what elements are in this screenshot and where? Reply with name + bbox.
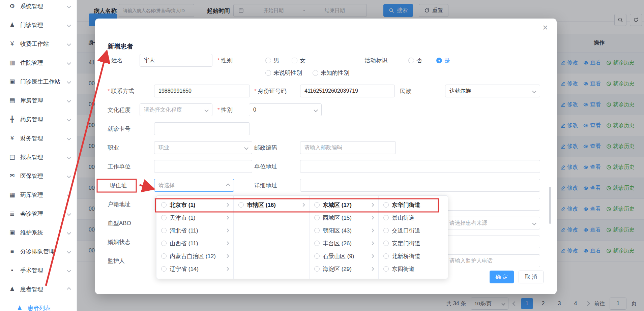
active-no-radio[interactable] bbox=[408, 58, 414, 63]
sidebar-item-drug-storage-mgmt[interactable]: ▦药库管理 bbox=[0, 185, 77, 204]
gender-unknown-radio[interactable] bbox=[313, 70, 318, 76]
cascader-option-dongsi[interactable]: 东四街道 bbox=[379, 262, 448, 275]
cascader-province-column: 北京市 (1) 天津市 (1) 河北省 (11) 山西省 (11) 内蒙古自治区… bbox=[156, 196, 234, 279]
chevron-right-icon bbox=[225, 267, 229, 271]
postcode-input[interactable] bbox=[300, 141, 396, 154]
nation-select[interactable]: 达斡尔族 bbox=[445, 85, 540, 97]
occupation-select[interactable]: 职业 bbox=[154, 141, 252, 154]
sidebar-item-consultation-mgmt[interactable]: ≣会诊管理 bbox=[0, 204, 77, 223]
radio-icon[interactable] bbox=[161, 253, 167, 259]
radio-icon[interactable] bbox=[383, 253, 389, 259]
education-select[interactable]: 请选择文化程度 bbox=[140, 103, 212, 116]
sidebar-item-surgery-mgmt[interactable]: ▪手术管理 bbox=[0, 261, 77, 280]
medical-cross-icon: ╋ bbox=[8, 116, 16, 123]
cascader-option-chaoyang[interactable]: 朝阳区 (43) bbox=[310, 224, 378, 237]
sidebar-item-system-mgmt[interactable]: ⚙系统管理 bbox=[0, 0, 77, 15]
cascader-option-donghuamen[interactable]: 东华门街道 bbox=[379, 198, 448, 211]
cascader-option-liaoning[interactable]: 辽宁省 (14) bbox=[156, 262, 233, 275]
active-no-option[interactable]: 否 bbox=[416, 57, 422, 64]
cascader-city-column: 市辖区 (16) bbox=[234, 196, 310, 279]
guardian-phone-input[interactable] bbox=[445, 254, 540, 267]
work-unit-input[interactable] bbox=[154, 160, 252, 173]
cascader-option-jingshan[interactable]: 景山街道 bbox=[379, 211, 448, 224]
radio-icon[interactable] bbox=[383, 266, 389, 272]
name-input[interactable] bbox=[140, 54, 212, 67]
radio-icon[interactable] bbox=[314, 253, 320, 259]
sidebar-item-charging-workstation[interactable]: ¥收费工作站 bbox=[0, 34, 77, 53]
visit-card-input[interactable] bbox=[154, 122, 250, 135]
cascader-option-beijing[interactable]: 北京市 (1) bbox=[156, 198, 233, 211]
gender-female-radio[interactable] bbox=[292, 58, 297, 63]
chevron-down-icon bbox=[67, 80, 71, 84]
chevron-right-icon bbox=[225, 203, 229, 207]
radio-icon[interactable] bbox=[383, 202, 389, 208]
chevron-up-icon bbox=[226, 183, 230, 188]
cascader-option-beixinqiao[interactable]: 北新桥街道 bbox=[379, 250, 448, 262]
cascader-option-jiaodaokou[interactable]: 交道口街道 bbox=[379, 224, 448, 237]
radio-icon[interactable] bbox=[238, 202, 244, 208]
gear-icon: ⚙ bbox=[8, 2, 16, 10]
sidebar-item-medical-insurance-mgmt[interactable]: ✉医保管理 bbox=[0, 166, 77, 185]
gender-unstated-radio[interactable] bbox=[265, 70, 271, 76]
cascader-option-andingmen[interactable]: 安定门街道 bbox=[379, 237, 448, 250]
sidebar-item-inpatient-mgmt[interactable]: ▥住院管理 bbox=[0, 53, 77, 72]
radio-icon[interactable] bbox=[314, 228, 320, 233]
radio-icon[interactable] bbox=[161, 266, 167, 272]
radio-icon[interactable] bbox=[383, 215, 389, 220]
cascader-option-neimenggu[interactable]: 内蒙古自治区 (12) bbox=[156, 250, 233, 262]
radio-icon[interactable] bbox=[383, 241, 389, 246]
cascader-option-shanxi[interactable]: 山西省 (11) bbox=[156, 237, 233, 250]
cascader-option-xicheng[interactable]: 西城区 (15) bbox=[310, 211, 378, 224]
radio-icon[interactable] bbox=[161, 215, 167, 220]
cascader-option-hebei[interactable]: 河北省 (11) bbox=[156, 224, 233, 237]
sidebar-item-patient-list[interactable]: ♟患者列表 bbox=[0, 299, 77, 311]
confirm-button[interactable]: 确 定 bbox=[490, 271, 514, 283]
sidebar-item-report-mgmt[interactable]: ▤报表管理 bbox=[0, 148, 77, 166]
id-card-input[interactable] bbox=[300, 85, 395, 97]
detail-address-input[interactable] bbox=[300, 179, 540, 192]
marital-right-input[interactable] bbox=[445, 236, 540, 248]
radio-icon[interactable] bbox=[161, 241, 167, 246]
cascader-option-dongcheng[interactable]: 东城区 (17) bbox=[310, 198, 378, 211]
sidebar-item-pharmacy-mgmt[interactable]: ╋药房管理 bbox=[0, 110, 77, 129]
cascader-option-fengtai[interactable]: 丰台区 (26) bbox=[310, 237, 378, 250]
cascader-option-shijingshan[interactable]: 石景山区 (9) bbox=[310, 250, 378, 262]
sidebar-item-finance-mgmt[interactable]: ¥财务管理 bbox=[0, 129, 77, 148]
radio-icon[interactable] bbox=[314, 202, 320, 208]
sidebar-item-outpatient-mgmt[interactable]: ♟门诊管理 bbox=[0, 15, 77, 34]
gender-unstated-option[interactable]: 未说明性别 bbox=[273, 69, 302, 77]
work-unit-label: 工作单位 bbox=[108, 163, 130, 170]
gender-male-option[interactable]: 男 bbox=[273, 57, 279, 64]
cascader-option-tianjin[interactable]: 天津市 (1) bbox=[156, 211, 233, 224]
sidebar-item-outpatient-doctor-workstation[interactable]: ▣门诊医生工作站 bbox=[0, 72, 77, 91]
radio-icon[interactable] bbox=[161, 202, 167, 208]
sidebar-item-patient-mgmt[interactable]: ♟患者管理 bbox=[0, 280, 77, 299]
patient-source-select[interactable]: 请选择患者来源 bbox=[445, 217, 540, 229]
gender2-select[interactable]: 0 bbox=[249, 103, 322, 116]
active-yes-radio[interactable] bbox=[436, 58, 442, 63]
chevron-down-icon bbox=[67, 212, 71, 216]
contact-input[interactable] bbox=[154, 85, 250, 97]
gender-female-option[interactable]: 女 bbox=[300, 57, 305, 64]
current-address-select[interactable]: 请选择 bbox=[154, 179, 234, 192]
mail-icon: ✉ bbox=[8, 172, 16, 180]
report-icon: ▤ bbox=[8, 153, 16, 161]
sidebar-item-triage-queue-mgmt[interactable]: ≡分诊排队管理 bbox=[0, 242, 77, 261]
close-icon[interactable]: × bbox=[543, 23, 548, 32]
radio-icon[interactable] bbox=[161, 228, 167, 233]
sidebar-item-maintenance-system[interactable]: ▣维护系统 bbox=[0, 223, 77, 242]
radio-icon[interactable] bbox=[314, 266, 320, 272]
cascader-option-haidian[interactable]: 海淀区 (29) bbox=[310, 262, 378, 275]
gender-unknown-option[interactable]: 未知的性别 bbox=[321, 69, 349, 77]
unit-address-input[interactable] bbox=[300, 160, 540, 173]
cancel-button[interactable]: 取 消 bbox=[519, 271, 544, 283]
radio-icon[interactable] bbox=[383, 228, 389, 233]
address-cascader-panel: 北京市 (1) 天津市 (1) 河北省 (11) 山西省 (11) 内蒙古自治区… bbox=[156, 195, 448, 279]
sidebar-item-warehouse-mgmt[interactable]: ▤库房管理 bbox=[0, 91, 77, 110]
active-yes-option[interactable]: 是 bbox=[444, 57, 450, 64]
radio-icon[interactable] bbox=[314, 215, 320, 220]
radio-icon[interactable] bbox=[314, 241, 320, 246]
modal-scrollbar[interactable] bbox=[549, 187, 551, 224]
gender-male-radio[interactable] bbox=[265, 58, 271, 63]
cascader-option-shixiaqu[interactable]: 市辖区 (16) bbox=[234, 198, 309, 211]
